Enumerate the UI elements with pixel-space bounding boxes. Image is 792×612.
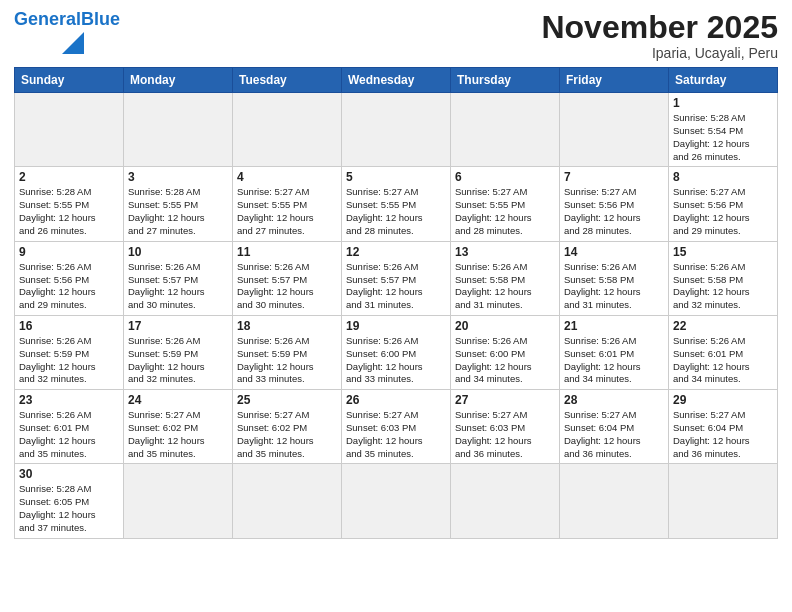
calendar-table: Sunday Monday Tuesday Wednesday Thursday… — [14, 67, 778, 539]
col-saturday: Saturday — [669, 68, 778, 93]
day-number: 16 — [19, 319, 119, 333]
day-number: 22 — [673, 319, 773, 333]
day-number: 12 — [346, 245, 446, 259]
day-info: Sunrise: 5:26 AM Sunset: 5:57 PM Dayligh… — [237, 261, 337, 312]
calendar-cell: 29Sunrise: 5:27 AM Sunset: 6:04 PM Dayli… — [669, 390, 778, 464]
col-monday: Monday — [124, 68, 233, 93]
calendar-cell: 21Sunrise: 5:26 AM Sunset: 6:01 PM Dayli… — [560, 315, 669, 389]
calendar-cell: 1Sunrise: 5:28 AM Sunset: 5:54 PM Daylig… — [669, 93, 778, 167]
day-info: Sunrise: 5:27 AM Sunset: 5:56 PM Dayligh… — [564, 186, 664, 237]
day-number: 13 — [455, 245, 555, 259]
logo-blue: Blue — [81, 9, 120, 29]
day-number: 24 — [128, 393, 228, 407]
calendar-cell: 30Sunrise: 5:28 AM Sunset: 6:05 PM Dayli… — [15, 464, 124, 538]
day-number: 17 — [128, 319, 228, 333]
day-info: Sunrise: 5:26 AM Sunset: 6:01 PM Dayligh… — [673, 335, 773, 386]
day-number: 21 — [564, 319, 664, 333]
calendar-cell — [342, 464, 451, 538]
day-number: 30 — [19, 467, 119, 481]
day-number: 9 — [19, 245, 119, 259]
day-info: Sunrise: 5:27 AM Sunset: 6:04 PM Dayligh… — [673, 409, 773, 460]
calendar-cell: 7Sunrise: 5:27 AM Sunset: 5:56 PM Daylig… — [560, 167, 669, 241]
day-info: Sunrise: 5:27 AM Sunset: 6:03 PM Dayligh… — [455, 409, 555, 460]
calendar-cell — [560, 464, 669, 538]
day-info: Sunrise: 5:26 AM Sunset: 5:56 PM Dayligh… — [19, 261, 119, 312]
calendar-cell: 4Sunrise: 5:27 AM Sunset: 5:55 PM Daylig… — [233, 167, 342, 241]
calendar-cell: 27Sunrise: 5:27 AM Sunset: 6:03 PM Dayli… — [451, 390, 560, 464]
day-info: Sunrise: 5:26 AM Sunset: 5:59 PM Dayligh… — [128, 335, 228, 386]
day-number: 28 — [564, 393, 664, 407]
calendar-cell: 5Sunrise: 5:27 AM Sunset: 5:55 PM Daylig… — [342, 167, 451, 241]
day-info: Sunrise: 5:26 AM Sunset: 6:01 PM Dayligh… — [19, 409, 119, 460]
col-friday: Friday — [560, 68, 669, 93]
page: GeneralBlue November 2025 Iparia, Ucayal… — [0, 0, 792, 612]
day-number: 5 — [346, 170, 446, 184]
calendar-cell: 17Sunrise: 5:26 AM Sunset: 5:59 PM Dayli… — [124, 315, 233, 389]
day-number: 27 — [455, 393, 555, 407]
calendar-cell: 8Sunrise: 5:27 AM Sunset: 5:56 PM Daylig… — [669, 167, 778, 241]
day-info: Sunrise: 5:27 AM Sunset: 6:04 PM Dayligh… — [564, 409, 664, 460]
day-info: Sunrise: 5:27 AM Sunset: 6:03 PM Dayligh… — [346, 409, 446, 460]
day-number: 15 — [673, 245, 773, 259]
calendar-cell: 18Sunrise: 5:26 AM Sunset: 5:59 PM Dayli… — [233, 315, 342, 389]
day-info: Sunrise: 5:26 AM Sunset: 5:57 PM Dayligh… — [346, 261, 446, 312]
logo: GeneralBlue — [14, 10, 120, 54]
logo-triangle — [62, 32, 84, 54]
day-number: 18 — [237, 319, 337, 333]
calendar-cell: 14Sunrise: 5:26 AM Sunset: 5:58 PM Dayli… — [560, 241, 669, 315]
calendar-cell: 9Sunrise: 5:26 AM Sunset: 5:56 PM Daylig… — [15, 241, 124, 315]
day-number: 25 — [237, 393, 337, 407]
calendar-cell — [233, 93, 342, 167]
calendar-cell — [233, 464, 342, 538]
col-tuesday: Tuesday — [233, 68, 342, 93]
day-info: Sunrise: 5:26 AM Sunset: 5:58 PM Dayligh… — [564, 261, 664, 312]
calendar-cell: 2Sunrise: 5:28 AM Sunset: 5:55 PM Daylig… — [15, 167, 124, 241]
calendar-cell — [560, 93, 669, 167]
calendar-cell: 19Sunrise: 5:26 AM Sunset: 6:00 PM Dayli… — [342, 315, 451, 389]
day-number: 7 — [564, 170, 664, 184]
day-info: Sunrise: 5:27 AM Sunset: 6:02 PM Dayligh… — [128, 409, 228, 460]
day-number: 8 — [673, 170, 773, 184]
calendar-cell — [15, 93, 124, 167]
calendar-cell: 3Sunrise: 5:28 AM Sunset: 5:55 PM Daylig… — [124, 167, 233, 241]
calendar-cell: 24Sunrise: 5:27 AM Sunset: 6:02 PM Dayli… — [124, 390, 233, 464]
calendar-cell: 16Sunrise: 5:26 AM Sunset: 5:59 PM Dayli… — [15, 315, 124, 389]
weekday-header-row: Sunday Monday Tuesday Wednesday Thursday… — [15, 68, 778, 93]
day-info: Sunrise: 5:26 AM Sunset: 5:57 PM Dayligh… — [128, 261, 228, 312]
day-info: Sunrise: 5:28 AM Sunset: 5:55 PM Dayligh… — [128, 186, 228, 237]
calendar-cell: 28Sunrise: 5:27 AM Sunset: 6:04 PM Dayli… — [560, 390, 669, 464]
day-number: 20 — [455, 319, 555, 333]
calendar-title: November 2025 — [541, 10, 778, 45]
day-info: Sunrise: 5:27 AM Sunset: 5:56 PM Dayligh… — [673, 186, 773, 237]
day-number: 1 — [673, 96, 773, 110]
calendar-cell: 23Sunrise: 5:26 AM Sunset: 6:01 PM Dayli… — [15, 390, 124, 464]
day-info: Sunrise: 5:27 AM Sunset: 5:55 PM Dayligh… — [455, 186, 555, 237]
col-wednesday: Wednesday — [342, 68, 451, 93]
day-number: 11 — [237, 245, 337, 259]
day-info: Sunrise: 5:28 AM Sunset: 5:55 PM Dayligh… — [19, 186, 119, 237]
day-info: Sunrise: 5:27 AM Sunset: 5:55 PM Dayligh… — [346, 186, 446, 237]
calendar-cell — [124, 464, 233, 538]
day-info: Sunrise: 5:26 AM Sunset: 6:00 PM Dayligh… — [346, 335, 446, 386]
day-info: Sunrise: 5:26 AM Sunset: 5:59 PM Dayligh… — [237, 335, 337, 386]
header: GeneralBlue November 2025 Iparia, Ucayal… — [14, 10, 778, 61]
logo-text: GeneralBlue — [14, 10, 120, 30]
day-number: 4 — [237, 170, 337, 184]
calendar-cell: 25Sunrise: 5:27 AM Sunset: 6:02 PM Dayli… — [233, 390, 342, 464]
calendar-cell: 20Sunrise: 5:26 AM Sunset: 6:00 PM Dayli… — [451, 315, 560, 389]
day-number: 6 — [455, 170, 555, 184]
day-info: Sunrise: 5:26 AM Sunset: 6:00 PM Dayligh… — [455, 335, 555, 386]
day-number: 10 — [128, 245, 228, 259]
day-number: 2 — [19, 170, 119, 184]
day-info: Sunrise: 5:28 AM Sunset: 6:05 PM Dayligh… — [19, 483, 119, 534]
calendar-cell — [342, 93, 451, 167]
calendar-cell: 15Sunrise: 5:26 AM Sunset: 5:58 PM Dayli… — [669, 241, 778, 315]
day-info: Sunrise: 5:26 AM Sunset: 5:58 PM Dayligh… — [455, 261, 555, 312]
day-number: 26 — [346, 393, 446, 407]
calendar-cell: 6Sunrise: 5:27 AM Sunset: 5:55 PM Daylig… — [451, 167, 560, 241]
day-info: Sunrise: 5:27 AM Sunset: 6:02 PM Dayligh… — [237, 409, 337, 460]
calendar-cell — [451, 464, 560, 538]
col-thursday: Thursday — [451, 68, 560, 93]
calendar-cell — [124, 93, 233, 167]
calendar-cell: 13Sunrise: 5:26 AM Sunset: 5:58 PM Dayli… — [451, 241, 560, 315]
